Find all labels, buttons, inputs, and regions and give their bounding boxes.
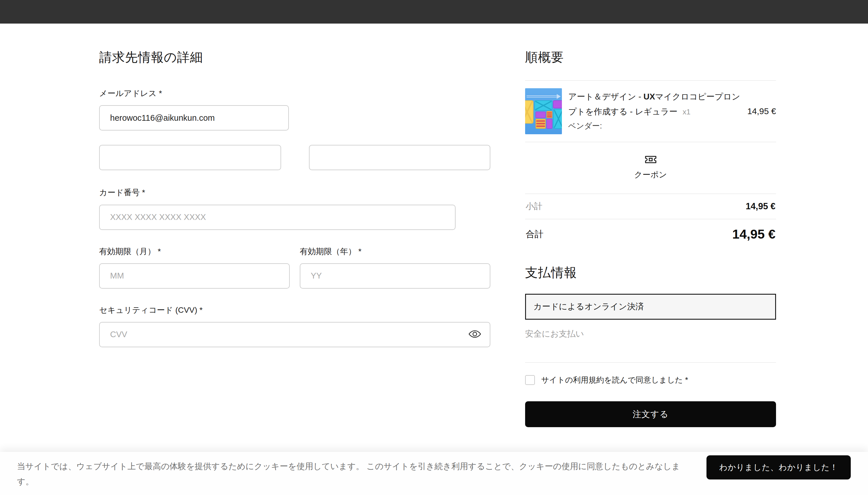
- email-field-group: メールアドレス *: [99, 88, 490, 131]
- cvv-group: セキュリティコード (CVV) *: [99, 304, 490, 347]
- card-number-input[interactable]: [99, 205, 455, 230]
- payment-info-title: 支払情報: [525, 264, 776, 280]
- billing-first-field-input[interactable]: [99, 145, 281, 170]
- order-item-name: アート＆デザイン - UXマイクロコピープロンプトを作成する - レギュラーx1: [568, 89, 741, 119]
- order-item-info: アート＆デザイン - UXマイクロコピープロンプトを作成する - レギュラーx1…: [568, 88, 741, 133]
- site-header-bar: [0, 0, 868, 23]
- secure-payment-note: 安全にお支払い: [525, 328, 776, 340]
- expiry-year-input[interactable]: [300, 263, 490, 289]
- email-label: メールアドレス *: [99, 88, 490, 99]
- eye-icon: [468, 329, 481, 340]
- cookie-banner: 当サイトでは、ウェブサイト上で最高の体験を提供するためにクッキーを使用しています…: [0, 452, 868, 495]
- total-value: 14,95 €: [732, 227, 776, 242]
- card-number-label: カード番号 *: [99, 187, 490, 198]
- name-fields-row: [99, 145, 490, 170]
- subtotal-row: 小計 14,95 €: [525, 194, 776, 219]
- email-input[interactable]: [99, 105, 289, 131]
- cvv-input[interactable]: [99, 322, 490, 347]
- cookie-message: 当サイトでは、ウェブサイト上で最高の体験を提供するためにクッキーを使用しています…: [17, 459, 687, 489]
- payment-method-selected: カードによるオンライン決済: [534, 301, 644, 312]
- order-item-vendor: ベンダー:: [568, 119, 741, 133]
- cookie-accept-button[interactable]: わかりました、わかりました！: [707, 455, 851, 479]
- expiry-month-label: 有効期限（月） *: [99, 246, 290, 257]
- order-item-row: アート＆デザイン - UXマイクロコピープロンプトを作成する - レギュラーx1…: [525, 81, 776, 142]
- cvv-label: セキュリティコード (CVV) *: [99, 304, 490, 315]
- item-name-prefix: アート＆デザイン -: [568, 92, 644, 101]
- divider: [525, 362, 776, 363]
- terms-agreement-row: サイトの利用規約を読んで同意しました *: [525, 375, 776, 385]
- payment-method-select[interactable]: カードによるオンライン決済: [525, 294, 776, 320]
- subtotal-value: 14,95 €: [746, 201, 776, 211]
- cvv-visibility-toggle[interactable]: [467, 327, 483, 343]
- order-item-price: 14,95 €: [747, 106, 776, 116]
- terms-label: サイトの利用規約を読んで同意しました *: [541, 375, 688, 385]
- billing-second-field-input[interactable]: [309, 145, 490, 170]
- product-thumbnail: [525, 88, 562, 134]
- order-summary-section: 順概要: [525, 49, 776, 427]
- billing-details-section: 請求先情報の詳細 メールアドレス * カード番号 * 有効期限（月） * 有効期…: [99, 49, 490, 347]
- coupon-ticket-icon: [644, 161, 657, 166]
- coupon-label: クーポン: [525, 169, 776, 180]
- expiry-row: 有効期限（月） * 有効期限（年） *: [99, 246, 490, 289]
- billing-title: 請求先情報の詳細: [99, 49, 490, 65]
- total-row: 合計 14,95 €: [525, 219, 776, 250]
- item-name-bold: UX: [644, 92, 655, 101]
- expiry-month-group: 有効期限（月） *: [99, 246, 290, 289]
- order-summary-title: 順概要: [525, 49, 776, 65]
- coupon-toggle[interactable]: クーポン: [525, 142, 776, 193]
- terms-checkbox[interactable]: [525, 375, 535, 385]
- total-label: 合計: [526, 228, 543, 240]
- subtotal-label: 小計: [526, 201, 542, 212]
- place-order-button[interactable]: 注文する: [525, 401, 776, 427]
- expiry-month-input[interactable]: [99, 263, 290, 289]
- expiry-year-label: 有効期限（年） *: [300, 246, 490, 257]
- order-item-quantity: x1: [683, 107, 690, 116]
- card-number-group: カード番号 *: [99, 187, 490, 230]
- cvv-input-wrap: [99, 322, 490, 347]
- expiry-year-group: 有効期限（年） *: [300, 246, 490, 289]
